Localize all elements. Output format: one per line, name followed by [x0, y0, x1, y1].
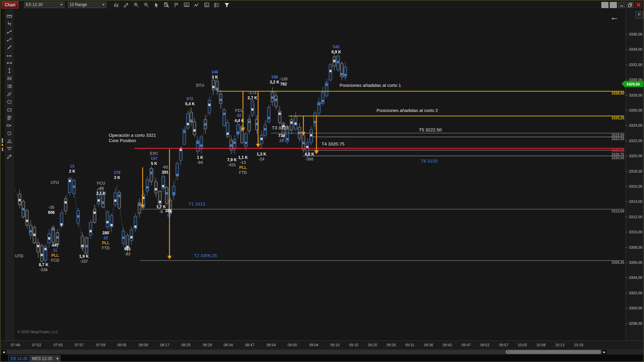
- annotation-text[interactable]: T6 3220: [421, 159, 438, 164]
- swing-label-cluster: FCU924,4 K: [235, 108, 244, 123]
- swing-label-cluster: 3815: [165, 208, 172, 219]
- flag-icon[interactable]: [172, 1, 181, 9]
- horizontal-lines-icon[interactable]: [6, 75, 13, 82]
- circle-icon[interactable]: [6, 130, 13, 137]
- x-tick-label: 09:47: [461, 343, 471, 347]
- swing-label: 961: [124, 247, 131, 252]
- level-price-label: 3323,00: [611, 133, 624, 137]
- paragraph-icon[interactable]: [6, 114, 13, 121]
- annotation-text[interactable]: T2 3306.25: [194, 253, 217, 258]
- swing-label: -94: [197, 160, 203, 165]
- close-button[interactable]: [635, 2, 642, 8]
- line-chart-icon[interactable]: [193, 1, 201, 9]
- swing-label-cluster: 73426: [278, 133, 285, 143]
- price-label-icon[interactable]: [6, 122, 13, 129]
- swing-label-cluster: 2783 K: [114, 170, 120, 180]
- annotation-text[interactable]: T5 3222.50: [419, 127, 442, 132]
- annotation-text[interactable]: T4 3320.75: [321, 141, 344, 146]
- swing-label: 198: [270, 75, 280, 80]
- add-tab-button[interactable]: +: [54, 355, 60, 362]
- restore-button[interactable]: [627, 2, 634, 8]
- chart-canvas[interactable]: [14, 9, 626, 341]
- swing-label: 3,2 K: [270, 80, 280, 85]
- vertical-arrows-icon[interactable]: [6, 20, 13, 27]
- swing-label: 1,9 K: [79, 254, 89, 259]
- checklist-icon[interactable]: [203, 1, 211, 9]
- trend-line-icon[interactable]: [6, 44, 13, 51]
- annotation-text[interactable]: T3 3323: [272, 125, 289, 130]
- y-tick: [626, 217, 628, 217]
- time-axis[interactable]: 07:4807:5207:5507:5707:5908:0508:0808:17…: [1, 341, 644, 349]
- line-segment-icon[interactable]: [6, 28, 13, 35]
- swing-label: 606: [48, 210, 55, 215]
- swing-label: 2,1 K: [96, 191, 106, 196]
- price-axis[interactable]: F 3336,003334,003332,003330,003328,00332…: [626, 9, 644, 341]
- x-tick-label: 10:03: [517, 343, 527, 347]
- vertical-arrow-icon[interactable]: [6, 67, 13, 74]
- tab-mes-12-20[interactable]: MES 12-20: [30, 355, 54, 362]
- list-icon[interactable]: [213, 1, 221, 9]
- funnel-icon[interactable]: [223, 1, 231, 9]
- panel-gray-2-button[interactable]: [610, 2, 617, 8]
- margin-gray-tick: [2, 138, 3, 143]
- panel-gray-1-button[interactable]: [601, 2, 608, 8]
- horizontal-arrow-icon[interactable]: [6, 60, 13, 66]
- swing-label: -173: [248, 90, 257, 96]
- zoom-in-icon[interactable]: [132, 1, 140, 9]
- y-tick-label: 3328,00: [629, 93, 642, 97]
- x-tick-label: 09:00: [288, 343, 297, 347]
- scrollbar-thumb[interactable]: [505, 350, 601, 354]
- document-search-icon[interactable]: [162, 1, 170, 9]
- chart-pane[interactable]: UTD8,7 K-33644711PLLFCD-30606UTU152 KFCU…: [14, 9, 626, 341]
- swing-label-cluster: 961-83: [124, 247, 131, 257]
- x-tick-label: 09:42: [443, 343, 452, 347]
- swing-label: 15: [69, 164, 76, 169]
- arrow-line-icon[interactable]: [6, 52, 13, 59]
- text-lines-icon[interactable]: [6, 83, 13, 90]
- annotation-text[interactable]: T1 3313: [189, 201, 205, 206]
- rectangle-icon[interactable]: [6, 107, 13, 113]
- margin-orange-tick: [2, 144, 3, 146]
- y-tick: [626, 247, 628, 248]
- minimize-button[interactable]: [618, 2, 625, 8]
- swing-label: -30: [48, 205, 55, 210]
- focus-button[interactable]: F: [636, 11, 643, 18]
- annotation-text[interactable]: Operación a corto 3321: [109, 133, 156, 138]
- swing-label: 5 K: [150, 161, 158, 166]
- x-tick-label: 08:29: [203, 343, 212, 347]
- back-arrow-icon[interactable]: ←: [610, 13, 619, 21]
- y-tick-label: 3312,00: [629, 215, 642, 219]
- swing-label: 1 K: [197, 155, 203, 160]
- triangle-down-icon[interactable]: [6, 145, 13, 152]
- y-tick-label: 3306,00: [629, 260, 642, 264]
- zoom-out-icon[interactable]: [142, 1, 150, 9]
- y-tick: [626, 141, 628, 141]
- instrument-select[interactable]: ES 12-20: [24, 2, 64, 8]
- x-tick-label: 07:57: [75, 343, 84, 347]
- swing-label-cluster: 152 K: [69, 164, 76, 174]
- ruler-icon[interactable]: [6, 13, 13, 19]
- pointer-icon[interactable]: [152, 1, 160, 9]
- ellipse-icon[interactable]: [6, 99, 13, 105]
- swing-label-cluster: 44711PLLFCD: [51, 243, 59, 263]
- chart-window-icon[interactable]: [183, 1, 191, 9]
- triangle-up-icon[interactable]: [6, 138, 13, 144]
- x-tick-label: 09:52: [480, 343, 490, 347]
- scroll-left-button[interactable]: ◀: [1, 350, 6, 354]
- y-tick-label: 3336,00: [629, 32, 642, 36]
- annotation-text[interactable]: Core Position: [109, 138, 136, 143]
- x-tick-label: 07:48: [11, 343, 20, 347]
- swing-label: -83: [124, 252, 131, 257]
- annotation-text[interactable]: Posiciones añadidas al corto 1: [340, 83, 401, 88]
- parallel-lines-icon[interactable]: [6, 91, 13, 98]
- ray-icon[interactable]: [6, 36, 13, 43]
- chart-menu-button[interactable]: Chart: [2, 1, 18, 8]
- scroll-right-button[interactable]: ▶: [602, 350, 607, 354]
- bar-chart-icon[interactable]: [112, 1, 120, 9]
- annotation-text[interactable]: Posiciones añadidas al corto 2: [377, 108, 438, 113]
- pencil-tool-icon[interactable]: [6, 153, 13, 160]
- y-tick-label: 3326,00: [629, 108, 642, 112]
- pencil-icon[interactable]: [122, 1, 130, 9]
- period-select[interactable]: 10 Range: [68, 2, 106, 8]
- tab-es-12-20[interactable]: ES 12-20: [8, 355, 30, 362]
